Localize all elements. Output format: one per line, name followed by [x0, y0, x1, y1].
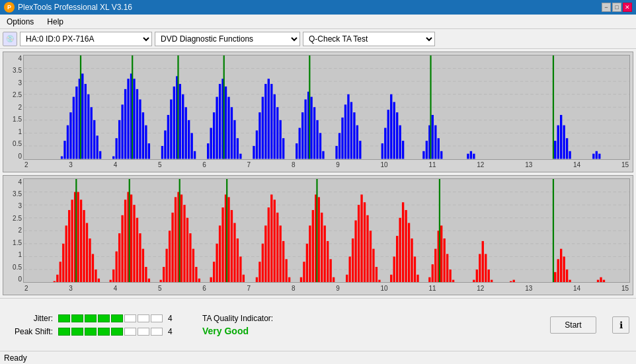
status-bar: Ready [0, 351, 636, 364]
svg-rect-50 [210, 128, 212, 159]
jitter-meter [58, 314, 163, 322]
menu-options[interactable]: Options [4, 16, 36, 28]
svg-rect-177 [213, 262, 215, 282]
svg-rect-111 [473, 154, 475, 159]
svg-rect-179 [219, 225, 221, 282]
svg-rect-59 [233, 120, 235, 159]
ta-quality-value: Very Good [202, 326, 273, 336]
svg-rect-80 [313, 107, 315, 159]
test-select[interactable]: Q-Check TA Test [303, 32, 435, 46]
svg-rect-97 [393, 102, 395, 159]
drive-icon: 💿 [3, 32, 17, 46]
svg-rect-142 [89, 238, 91, 282]
svg-rect-67 [268, 79, 270, 159]
svg-rect-110 [470, 151, 472, 159]
app-icon: P [4, 2, 15, 13]
svg-rect-252 [491, 279, 493, 282]
jitter-seg-3 [85, 314, 97, 322]
svg-rect-221 [366, 215, 368, 282]
svg-rect-56 [225, 87, 227, 159]
jitter-label: Jitter: [7, 314, 53, 323]
svg-rect-48 [194, 151, 196, 159]
svg-rect-171 [186, 217, 188, 282]
bottom-chart-inner [23, 178, 630, 283]
svg-rect-102 [426, 141, 428, 159]
bottom-chart-x-axis: 2 3 4 5 6 7 8 9 10 11 12 13 14 15 [23, 283, 630, 293]
svg-rect-108 [440, 151, 442, 159]
svg-rect-7 [61, 157, 63, 159]
svg-rect-162 [163, 267, 165, 282]
menu-help[interactable]: Help [44, 16, 66, 28]
svg-rect-58 [231, 107, 233, 159]
svg-rect-85 [338, 133, 340, 159]
svg-rect-19 [93, 120, 95, 159]
info-button[interactable]: ℹ [612, 316, 629, 334]
svg-rect-233 [411, 238, 413, 282]
svg-rect-243 [446, 254, 448, 282]
ps-seg-1 [58, 328, 70, 336]
svg-rect-222 [370, 231, 372, 282]
svg-rect-18 [91, 107, 93, 159]
svg-rect-186 [237, 238, 239, 282]
svg-rect-120 [596, 151, 598, 159]
jitter-value: 4 [168, 314, 176, 323]
svg-rect-196 [276, 212, 278, 282]
svg-rect-20 [96, 135, 98, 159]
svg-rect-45 [185, 107, 187, 159]
svg-rect-232 [408, 223, 410, 282]
svg-rect-187 [239, 256, 241, 282]
svg-rect-15 [81, 73, 83, 159]
svg-rect-30 [133, 79, 135, 159]
title-bar-text: PlexTools Professional XL V3.16 [18, 3, 132, 12]
peak-shift-label: Peak Shift: [7, 327, 53, 336]
close-button[interactable]: ✕ [623, 3, 632, 12]
svg-rect-22 [112, 157, 114, 159]
svg-rect-109 [467, 154, 469, 159]
svg-rect-25 [121, 104, 123, 159]
svg-rect-184 [231, 209, 233, 282]
svg-rect-40 [173, 87, 175, 159]
minimize-button[interactable]: − [602, 3, 611, 12]
function-select[interactable]: DVD Diagnostic Functions [155, 32, 300, 46]
svg-rect-91 [356, 126, 358, 159]
svg-rect-73 [296, 143, 298, 159]
svg-rect-31 [136, 89, 138, 159]
svg-rect-250 [485, 254, 487, 282]
svg-rect-36 [161, 146, 163, 159]
svg-rect-121 [598, 154, 600, 159]
jitter-seg-1 [58, 314, 70, 322]
svg-rect-192 [264, 225, 266, 282]
svg-rect-202 [303, 262, 305, 282]
svg-rect-249 [482, 240, 484, 282]
svg-rect-235 [417, 274, 418, 282]
svg-rect-83 [322, 151, 324, 159]
svg-rect-189 [256, 277, 258, 282]
svg-rect-119 [592, 154, 594, 159]
svg-rect-11 [73, 97, 75, 159]
svg-rect-180 [221, 207, 223, 282]
title-bar: P PlexTools Professional XL V3.16 − □ ✕ [0, 0, 636, 15]
svg-rect-39 [170, 100, 172, 159]
start-button[interactable]: Start [550, 316, 596, 334]
svg-rect-66 [264, 84, 266, 159]
top-chart-x-axis: 2 3 4 5 6 7 8 9 10 11 12 13 14 15 [23, 160, 630, 170]
svg-rect-101 [422, 151, 424, 159]
svg-rect-116 [563, 126, 565, 159]
svg-rect-234 [414, 256, 416, 282]
svg-rect-149 [118, 233, 120, 282]
drive-select[interactable]: HA:0 ID:0 PX-716A [20, 32, 152, 46]
ps-seg-8 [151, 328, 163, 336]
svg-rect-93 [381, 143, 383, 159]
svg-rect-208 [318, 197, 320, 282]
svg-rect-53 [219, 84, 221, 159]
svg-rect-151 [124, 200, 126, 282]
svg-rect-194 [270, 194, 272, 282]
svg-rect-113 [554, 141, 556, 159]
peak-shift-value: 4 [168, 327, 176, 336]
svg-rect-229 [399, 217, 401, 282]
svg-rect-157 [139, 233, 141, 282]
svg-rect-44 [182, 94, 184, 159]
svg-rect-188 [243, 274, 245, 282]
svg-rect-195 [274, 200, 276, 282]
maximize-button[interactable]: □ [612, 3, 621, 12]
